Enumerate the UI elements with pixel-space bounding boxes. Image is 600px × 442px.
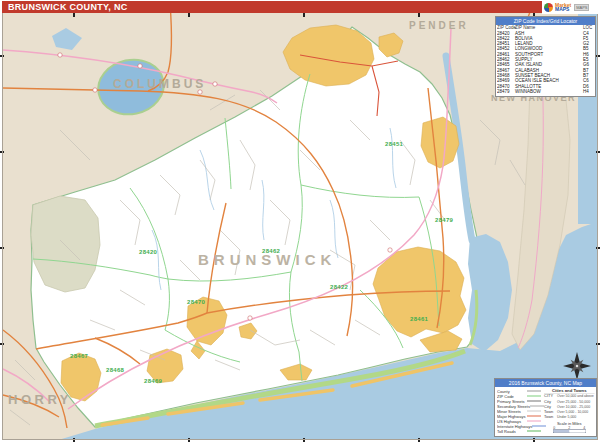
legend: 2016 Brunswick County, NC Map CountyZIP …	[494, 378, 597, 437]
logo: Market MAPS MAPS	[542, 0, 598, 14]
title-bar: BRUNSWICK COUNTY, NC	[2, 1, 543, 13]
legend-city-row: TownUnder 5,000	[544, 415, 595, 420]
logo-badge: MAPS	[574, 4, 589, 11]
legend-title-bar: 2016 Brunswick County, NC Map	[495, 379, 596, 387]
legend-swatch	[527, 396, 541, 397]
page-title: BRUNSWICK COUNTY, NC	[8, 2, 128, 12]
legend-swatch	[530, 406, 544, 407]
legend-swatch	[527, 411, 541, 412]
legend-road-items: CountyZIP CodePrimary StreetsSecondary S…	[495, 387, 543, 436]
zip-table-title-bar: ZIP Code Index/Grid Locator	[496, 17, 595, 25]
legend-swatch	[527, 431, 541, 432]
scale-bar: Scale in Miles 024	[544, 421, 595, 433]
swamp-area	[31, 196, 100, 292]
logo-text: Market MAPS	[555, 3, 571, 11]
legend-swatch	[527, 421, 541, 422]
legend-road-item: Toll Roads	[497, 429, 543, 434]
legend-cities: Cities and Towns CITYOver 50,000 and abo…	[543, 387, 596, 436]
zip-table-title: ZIP Code Index/Grid Locator	[496, 17, 595, 25]
legend-swatch	[527, 401, 541, 402]
zip-table-row: 28479WINNABOWH4	[496, 89, 595, 94]
map-page: BRUNSWICK 284202842228451284622847028461…	[0, 0, 600, 442]
legend-swatch	[527, 416, 541, 417]
logo-pinwheel-icon	[544, 3, 553, 12]
legend-swatch	[527, 391, 541, 392]
zip-code-index: ZIP Code Index/Grid Locator ZIP CodeZIP …	[495, 16, 596, 97]
scale-bar-graphic	[553, 429, 586, 433]
legend-body: CountyZIP CodePrimary StreetsSecondary S…	[495, 387, 596, 436]
legend-title: 2016 Brunswick County, NC Map	[495, 379, 596, 387]
zip-table-body: ZIP CodeZIP NameLOC 28420ASHC428422BOLIV…	[496, 25, 595, 96]
